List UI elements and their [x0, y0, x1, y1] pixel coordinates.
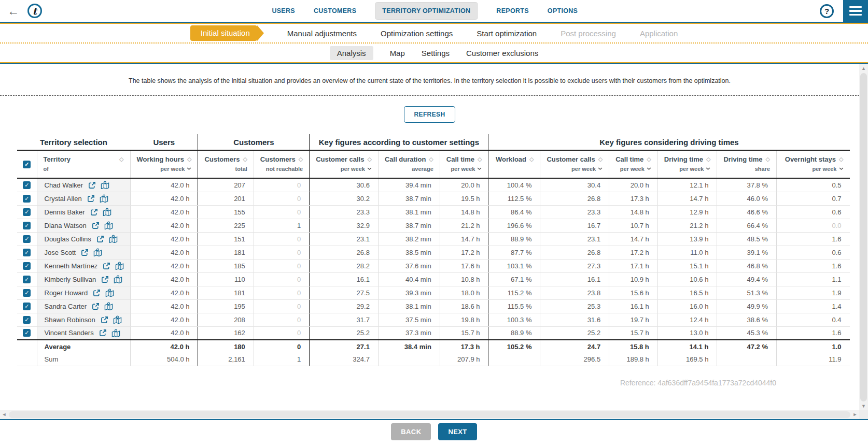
wizard-step-optimization-settings[interactable]: Optimization settings	[381, 29, 453, 38]
sort-icon[interactable]: ◇	[243, 156, 247, 163]
map-icon[interactable]	[115, 262, 124, 270]
sort-icon[interactable]: ◇	[119, 156, 123, 163]
row-checkbox[interactable]: ✓	[23, 303, 31, 310]
row-checkbox[interactable]: ✓	[23, 235, 31, 243]
wizard-step-manual-adjustments[interactable]: Manual adjustments	[287, 29, 357, 38]
select-all-checkbox[interactable]: ✓	[23, 161, 31, 168]
help-icon[interactable]: ?	[820, 4, 834, 18]
col-header-working-hours-per-week[interactable]: Working hours◇per week	[130, 150, 198, 178]
map-icon[interactable]	[113, 315, 122, 324]
sort-icon[interactable]: ◇	[299, 156, 303, 163]
back-button[interactable]: BACK	[391, 423, 431, 440]
unit-dropdown-icon[interactable]	[477, 167, 482, 170]
row-checkbox[interactable]: ✓	[23, 262, 31, 270]
vertical-scroll-thumb[interactable]	[860, 73, 867, 401]
sort-icon[interactable]: ◇	[647, 156, 651, 163]
col-header-territory-of[interactable]: Territory◇of	[37, 150, 130, 178]
row-checkbox[interactable]: ✓	[23, 222, 31, 229]
tab-analysis[interactable]: Analysis	[330, 46, 373, 60]
scroll-up-arrow-icon[interactable]: ▲	[859, 64, 868, 73]
tab-map[interactable]: Map	[390, 49, 405, 57]
wizard-step-application: Application	[640, 29, 678, 38]
col-header-customers-total[interactable]: Customers◇total	[198, 150, 254, 178]
open-territory-icon[interactable]	[101, 276, 109, 283]
sort-icon[interactable]: ◇	[367, 156, 371, 163]
open-territory-icon[interactable]	[88, 181, 96, 189]
open-territory-icon[interactable]	[103, 262, 110, 270]
row-checkbox[interactable]: ✓	[23, 329, 31, 337]
horizontal-scrollbar[interactable]: ◄ ►	[0, 410, 859, 419]
row-checkbox[interactable]: ✓	[23, 316, 31, 324]
map-icon[interactable]	[104, 302, 113, 310]
unit-dropdown-icon[interactable]	[647, 167, 651, 170]
col-header-driving-time-share[interactable]: Driving time◇share	[717, 150, 777, 178]
open-territory-icon[interactable]	[87, 195, 95, 203]
map-icon[interactable]	[93, 248, 102, 256]
nav-options[interactable]: OPTIONS	[548, 7, 578, 15]
back-arrow-icon[interactable]: ←	[7, 5, 19, 17]
wizard-step-start-optimization[interactable]: Start optimization	[477, 29, 537, 38]
map-icon[interactable]	[109, 235, 118, 243]
row-checkbox[interactable]: ✓	[23, 276, 31, 283]
nav-territory-optimization[interactable]: TERRITORY OPTIMIZATION	[375, 2, 478, 20]
row-checkbox[interactable]: ✓	[23, 249, 31, 256]
col-header-customers-not-reachable[interactable]: Customers◇not reachable	[254, 150, 309, 178]
map-icon[interactable]	[105, 289, 114, 297]
row-checkbox[interactable]: ✓	[23, 181, 31, 189]
map-icon[interactable]	[100, 194, 108, 203]
sort-icon[interactable]: ◇	[429, 156, 433, 163]
horizontal-scroll-thumb[interactable]	[9, 411, 850, 418]
unit-dropdown-icon[interactable]	[367, 167, 372, 170]
unit-dropdown-icon[interactable]	[839, 167, 844, 170]
open-territory-icon[interactable]	[92, 222, 100, 229]
col-header-overnight-stays-per-week[interactable]: Overnight stays◇per week	[777, 150, 850, 178]
hamburger-menu-icon[interactable]	[843, 0, 868, 22]
row-checkbox[interactable]: ✓	[23, 208, 31, 216]
scroll-left-arrow-icon[interactable]: ◄	[0, 410, 8, 419]
open-territory-icon[interactable]	[99, 329, 107, 337]
unit-dropdown-icon[interactable]	[598, 167, 603, 170]
open-territory-icon[interactable]	[101, 316, 108, 324]
open-territory-icon[interactable]	[96, 235, 104, 243]
map-icon[interactable]	[114, 275, 122, 283]
sort-icon[interactable]: ◇	[598, 156, 603, 163]
map-icon[interactable]	[111, 329, 120, 337]
sort-icon[interactable]: ◇	[839, 156, 843, 163]
col-header-call-time-per-week[interactable]: Call time◇per week	[440, 150, 488, 178]
open-territory-icon[interactable]	[81, 249, 89, 256]
app-logo[interactable]: t	[27, 4, 42, 18]
sort-icon[interactable]: ◇	[766, 156, 770, 163]
wizard-step-initial-situation[interactable]: Initial situation	[190, 25, 257, 41]
sort-icon[interactable]: ◇	[478, 156, 482, 163]
unit-dropdown-icon[interactable]	[706, 167, 710, 170]
next-button[interactable]: NEXT	[438, 423, 477, 440]
unit-dropdown-icon[interactable]	[187, 167, 191, 170]
scroll-right-arrow-icon[interactable]: ►	[851, 410, 859, 419]
sort-icon[interactable]: ◇	[529, 156, 534, 163]
open-territory-icon[interactable]	[90, 208, 98, 216]
value-cell: 162	[198, 326, 254, 340]
col-header-call-duration-average[interactable]: Call duration◇average	[378, 150, 440, 178]
col-header-customer-calls-per-week[interactable]: Customer calls◇per week	[310, 150, 379, 178]
vertical-scrollbar[interactable]: ▲ ▼	[859, 64, 868, 410]
nav-users[interactable]: USERS	[272, 7, 295, 15]
open-territory-icon[interactable]	[92, 303, 100, 310]
sort-icon[interactable]: ◇	[706, 156, 710, 163]
col-header-call-time-per-week[interactable]: Call time◇per week	[609, 150, 658, 178]
nav-reports[interactable]: REPORTS	[496, 7, 529, 15]
row-checkbox[interactable]: ✓	[23, 195, 31, 203]
nav-customers[interactable]: CUSTOMERS	[314, 7, 356, 15]
scroll-down-arrow-icon[interactable]: ▼	[859, 402, 868, 410]
map-icon[interactable]	[101, 181, 109, 189]
refresh-button[interactable]: REFRESH	[404, 106, 455, 123]
row-checkbox[interactable]: ✓	[23, 289, 31, 297]
col-header-customer-calls-per-week[interactable]: Customer calls◇per week	[540, 150, 609, 178]
col-header-driving-time-per-week[interactable]: Driving time◇per week	[657, 150, 717, 178]
open-territory-icon[interactable]	[93, 289, 101, 297]
map-icon[interactable]	[104, 221, 113, 229]
map-icon[interactable]	[103, 208, 111, 216]
tab-customer-exclusions[interactable]: Customer exclusions	[466, 49, 538, 57]
tab-settings[interactable]: Settings	[422, 49, 450, 57]
col-header-workload[interactable]: Workload◇	[488, 150, 540, 178]
sort-icon[interactable]: ◇	[187, 156, 191, 163]
